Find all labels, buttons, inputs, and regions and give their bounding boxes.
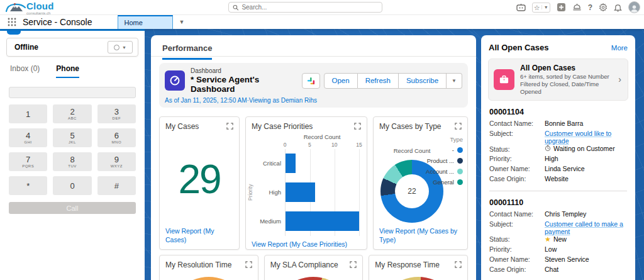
case-number[interactable]: 00001104 [489, 108, 627, 116]
case-field-row: Priority:Low [489, 245, 627, 255]
guidance-center-icon[interactable] [572, 3, 582, 11]
case-field-row: Case Origin:Chat [489, 266, 627, 276]
key-digit: * [26, 182, 30, 190]
subscribe-button[interactable]: Subscribe [399, 73, 447, 89]
donut-total: 22 [395, 174, 429, 208]
dialpad-key-0[interactable]: 0 [53, 176, 91, 195]
field-label: Owner Name: [489, 255, 545, 263]
user-avatar[interactable] [628, 1, 640, 13]
tab-performance[interactable]: Performance [162, 43, 212, 60]
field-label: Priority: [489, 155, 545, 162]
dashboard-title: * Service Agent's Dashboard [191, 75, 302, 94]
help-icon[interactable]: ? [588, 3, 592, 12]
setup-gear-icon[interactable] [599, 3, 608, 12]
field-label: Case Origin: [489, 266, 545, 273]
search-input[interactable] [242, 4, 378, 11]
legend-item: - [426, 147, 463, 154]
view-report-link[interactable]: View Report (My Case Priorities) [252, 240, 347, 248]
case-item: 00001110Contact Name:Chris TempleySubjec… [489, 191, 627, 280]
expand-icon[interactable] [245, 261, 252, 268]
dialpad-key-2[interactable]: 2ABC [53, 104, 91, 123]
phone-number-input[interactable] [9, 87, 136, 98]
dialpad-key-5[interactable]: 5JKL [53, 128, 91, 147]
bar-row [286, 207, 359, 236]
open-button[interactable]: Open [324, 73, 358, 89]
notifications-bell-icon[interactable] [614, 3, 622, 12]
expand-icon[interactable] [354, 123, 361, 130]
dialpad-key-*[interactable]: * [9, 176, 47, 195]
case-field-row: Owner Name:Linda Service [489, 165, 627, 175]
subject-link[interactable]: Customer would like to upgrade [545, 130, 627, 145]
key-digit: 3 [114, 108, 119, 116]
field-label: Status: [489, 235, 545, 243]
gauge-arc [273, 277, 353, 280]
view-report-link[interactable]: View Report (My Cases by Type) [379, 227, 457, 244]
assistant-icon[interactable] [516, 3, 526, 11]
more-link[interactable]: More [611, 44, 628, 52]
tab-home[interactable]: Home [118, 15, 173, 29]
dialpad-key-1[interactable]: 1 [9, 104, 47, 123]
widget-my-resolution-time: My Resolution Time4.89.614.419.2 [159, 255, 258, 280]
favorites-caret-icon[interactable]: ▼ [541, 5, 548, 9]
tab-dropdown-caret-icon[interactable]: ▼ [173, 15, 191, 29]
view-report-link[interactable]: View Report (My Cases) [165, 227, 214, 244]
dialpad-key-3[interactable]: 3DEF [97, 104, 136, 123]
more-actions-caret-icon[interactable]: ▼ [447, 73, 462, 89]
widget-header: My Response Time [369, 255, 467, 271]
app-name[interactable]: Service - Console [23, 15, 109, 29]
panel-title: All Open Cases [489, 43, 548, 52]
softphone-tab-inbox-0-[interactable]: Inbox (0) [10, 64, 40, 78]
category-label: High [255, 178, 285, 207]
expand-icon[interactable] [455, 123, 462, 130]
dialpad-key-7[interactable]: 7PQRS [9, 152, 47, 171]
global-search[interactable] [228, 2, 382, 13]
legend-dot-icon [457, 158, 463, 164]
favorites-star-icon[interactable]: ☆ [534, 4, 540, 11]
chevron-right-icon: › [618, 74, 623, 84]
search-icon [233, 4, 238, 11]
refresh-button[interactable]: Refresh [358, 73, 399, 89]
dialpad-key-8[interactable]: 8TUV [53, 152, 91, 171]
field-label: Contact Name: [489, 120, 545, 127]
dialpad-key-9[interactable]: 9WXYZ [97, 152, 136, 171]
case-field-row: Priority:High [489, 155, 627, 165]
expand-icon[interactable] [226, 123, 233, 130]
expand-icon[interactable] [350, 261, 357, 268]
presence-dropdown-button[interactable]: ▼ [108, 41, 133, 53]
widget-header: My Resolution Time [160, 255, 258, 271]
widget-my-sla-compliance: My SLA Compliance20%40%60%80% [264, 255, 364, 280]
key-digit: 2 [70, 108, 74, 116]
softphone-tab-phone[interactable]: Phone [56, 64, 79, 78]
dialpad-key-4[interactable]: 4GHI [9, 128, 47, 147]
dashboard-as-of: As of Jan 11, 2025, 12:50 AM·Viewing as … [165, 97, 462, 104]
bar-chart-xticks: 051015 [285, 142, 359, 149]
case-number[interactable]: 00001110 [489, 198, 627, 207]
key-digit: 7 [26, 155, 30, 164]
dialpad-key-6[interactable]: 6MNO [97, 128, 136, 147]
call-button[interactable]: Call [9, 202, 136, 214]
dialpad-key-#[interactable]: # [97, 176, 136, 195]
gauge-arc [378, 277, 458, 280]
app-launcher-icon[interactable] [0, 15, 23, 29]
bar-chart-xlabel: Record Count [285, 133, 359, 142]
slack-share-button[interactable] [302, 73, 320, 89]
field-label: Owner Name: [489, 165, 545, 172]
list-view-card[interactable]: All Open Cases 6+ items, sorted by Case … [488, 59, 628, 101]
favorites-control[interactable]: ☆ ▼ [532, 3, 550, 13]
chevron-down-icon: ▼ [122, 45, 126, 50]
gauge-chart: 20%40%60%80% [273, 277, 353, 280]
case-field-row: Status:★New [489, 235, 627, 245]
softphone-accent-bar [0, 29, 145, 31]
key-digit: 4 [26, 132, 30, 140]
bar-medium [286, 211, 359, 231]
subject-link[interactable]: Customer called to make a payment [545, 220, 627, 235]
quick-add-icon[interactable] [557, 3, 566, 12]
dashboard-tabs-row: Performance [151, 35, 476, 57]
home-main-panel: Performance Dashboard * Service Agent's … [151, 35, 476, 280]
key-letters: TUV [68, 164, 77, 169]
expand-icon[interactable] [455, 261, 462, 268]
gauge-chart: 12243648 [378, 277, 458, 280]
widget-title: My SLA Compliance [270, 260, 338, 269]
key-letters: DEF [113, 116, 121, 121]
category-label: Critical [255, 149, 285, 178]
